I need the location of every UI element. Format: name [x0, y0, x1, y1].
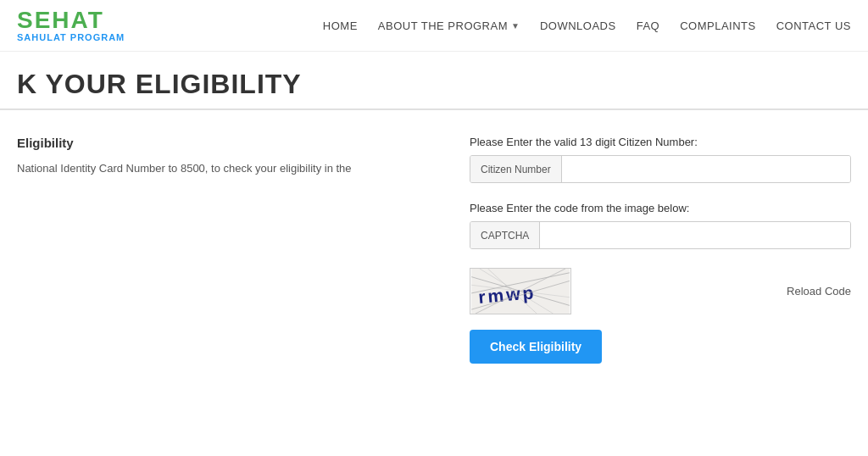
captcha-input[interactable]: [540, 222, 850, 248]
main-content: Eligibility National Identity Card Numbe…: [0, 110, 868, 389]
header: SEHAT SAHULAT PROGRAM HOME ABOUT THE PRO…: [0, 0, 868, 52]
eligibility-heading: Eligibility: [17, 136, 419, 150]
captcha-label: Please Enter the code from the image bel…: [470, 202, 851, 214]
nav-contact[interactable]: CONTACT US: [776, 19, 851, 32]
captcha-svg: rmwp: [470, 269, 570, 314]
left-column: Eligibility National Identity Card Numbe…: [17, 136, 419, 364]
reload-code-link[interactable]: Reload Code: [787, 285, 851, 298]
right-column: Please Enter the valid 13 digit Citizen …: [470, 136, 851, 364]
eligibility-description: National Identity Card Number to 8500, t…: [17, 160, 419, 178]
nav-home[interactable]: HOME: [323, 19, 358, 32]
citizen-number-input-wrapper: Citizen Number: [470, 155, 851, 183]
nav-downloads[interactable]: DOWNLOADS: [540, 19, 616, 32]
logo-sub: SAHULAT PROGRAM: [17, 32, 125, 42]
captcha-group: Please Enter the code from the image bel…: [470, 202, 851, 249]
captcha-image-row: rmwp Reload Code: [470, 268, 851, 314]
captcha-image: rmwp: [470, 268, 571, 314]
page-title-area: K YOUR ELIGIBILITY: [0, 52, 868, 110]
main-nav: HOME ABOUT THE PROGRAM ▼ DOWNLOADS FAQ C…: [323, 19, 851, 32]
nav-complaints[interactable]: COMPLAINTS: [680, 19, 756, 32]
citizen-number-label: Please Enter the valid 13 digit Citizen …: [470, 136, 851, 148]
citizen-number-input[interactable]: [562, 156, 850, 182]
citizen-number-prefix: Citizen Number: [470, 156, 562, 182]
citizen-number-group: Please Enter the valid 13 digit Citizen …: [470, 136, 851, 183]
captcha-input-wrapper: CAPTCHA: [470, 221, 851, 249]
check-eligibility-button[interactable]: Check Eligibility: [470, 330, 602, 364]
nav-about-link[interactable]: ABOUT THE PROGRAM: [378, 19, 508, 32]
nav-about[interactable]: ABOUT THE PROGRAM ▼: [378, 19, 520, 32]
logo: SEHAT SAHULAT PROGRAM: [17, 8, 125, 42]
logo-main: SEHAT: [17, 8, 125, 32]
captcha-prefix: CAPTCHA: [470, 222, 540, 248]
page-title: K YOUR ELIGIBILITY: [17, 69, 851, 100]
nav-faq[interactable]: FAQ: [637, 19, 660, 32]
chevron-down-icon: ▼: [511, 21, 520, 31]
